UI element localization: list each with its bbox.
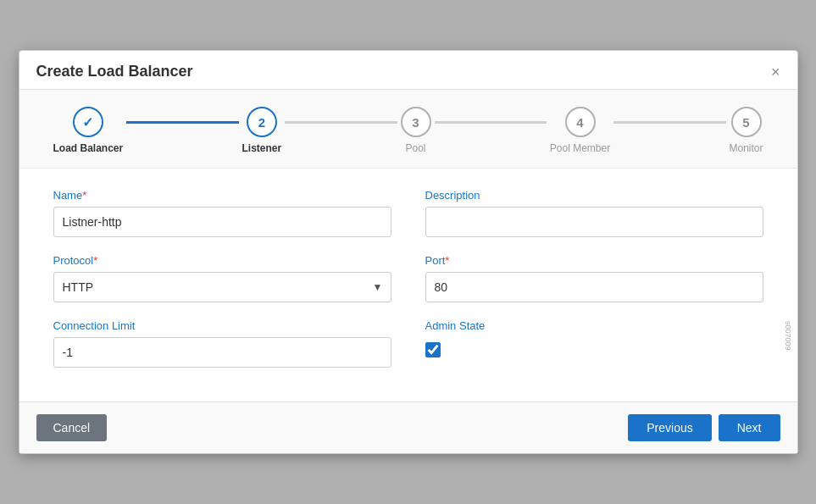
name-label: Name*: [53, 189, 391, 202]
step-2-circle: 2: [247, 107, 277, 137]
step-5: 5 Monitor: [730, 107, 763, 154]
port-label: Port*: [425, 254, 763, 267]
close-button[interactable]: ×: [771, 64, 780, 80]
step-4-label: Pool Member: [550, 142, 610, 154]
step-2: 2 Listener: [242, 107, 282, 154]
step-4: 4 Pool Member: [550, 107, 610, 154]
connector-1: [126, 121, 238, 124]
protocol-group: Protocol* HTTP HTTPS TCP ▼: [53, 254, 391, 302]
admin-state-label: Admin State: [425, 319, 763, 332]
form-row-3: Connection Limit Admin State: [53, 319, 763, 368]
step-3-number: 3: [412, 115, 419, 130]
previous-button[interactable]: Previous: [628, 414, 711, 441]
modal-body: Name* Description Protocol*: [19, 169, 797, 402]
port-input[interactable]: [425, 272, 763, 302]
name-required: *: [82, 189, 86, 202]
protocol-select-wrapper: HTTP HTTPS TCP ▼: [53, 272, 391, 302]
modal-footer: Cancel Previous Next: [19, 402, 797, 453]
connector-2: [285, 121, 397, 124]
admin-state-checkbox[interactable]: [425, 342, 441, 357]
port-group: Port*: [425, 254, 763, 302]
connector-3: [435, 121, 547, 124]
next-button[interactable]: Next: [719, 414, 780, 441]
step-5-circle: 5: [731, 107, 762, 137]
step-3-circle: 3: [401, 107, 431, 137]
protocol-label: Protocol*: [53, 254, 391, 267]
admin-state-checkbox-wrapper: [425, 342, 763, 357]
form-row-2: Protocol* HTTP HTTPS TCP ▼ Port*: [53, 254, 763, 302]
side-code: s007009: [784, 321, 792, 351]
step-4-circle: 4: [565, 107, 596, 137]
modal-header: Create Load Balancer ×: [19, 51, 797, 90]
form-row-1: Name* Description: [53, 189, 763, 237]
step-2-number: 2: [258, 115, 265, 130]
step-1-circle: ✓: [73, 107, 103, 137]
description-input[interactable]: [425, 207, 763, 237]
port-required: *: [445, 254, 449, 267]
step-1-check-icon: ✓: [82, 114, 93, 130]
step-1-label: Load Balancer: [53, 142, 124, 154]
name-input[interactable]: [53, 207, 391, 237]
connector-4: [613, 121, 725, 124]
step-1: ✓ Load Balancer: [53, 107, 124, 154]
step-5-number: 5: [742, 115, 749, 130]
connection-limit-label: Connection Limit: [53, 319, 391, 332]
modal-title: Create Load Balancer: [36, 63, 193, 80]
name-group: Name*: [53, 189, 391, 237]
cancel-button[interactable]: Cancel: [36, 414, 108, 441]
admin-state-group: Admin State: [425, 319, 763, 368]
step-3: 3 Pool: [401, 107, 431, 154]
connection-limit-input[interactable]: [53, 337, 391, 368]
step-2-label: Listener: [242, 142, 282, 154]
step-3-label: Pool: [406, 142, 426, 154]
protocol-select[interactable]: HTTP HTTPS TCP: [53, 272, 391, 302]
modal-overlay: Create Load Balancer × ✓ Load Balancer: [0, 0, 816, 504]
footer-btn-group: Previous Next: [628, 414, 780, 441]
stepper: ✓ Load Balancer 2 Listener: [19, 90, 797, 169]
step-4-number: 4: [576, 115, 583, 130]
description-group: Description: [425, 189, 763, 237]
connection-limit-group: Connection Limit: [53, 319, 391, 368]
protocol-required: *: [93, 254, 97, 267]
description-label: Description: [425, 189, 763, 202]
step-5-label: Monitor: [730, 142, 763, 154]
modal-dialog: Create Load Balancer × ✓ Load Balancer: [19, 50, 798, 454]
